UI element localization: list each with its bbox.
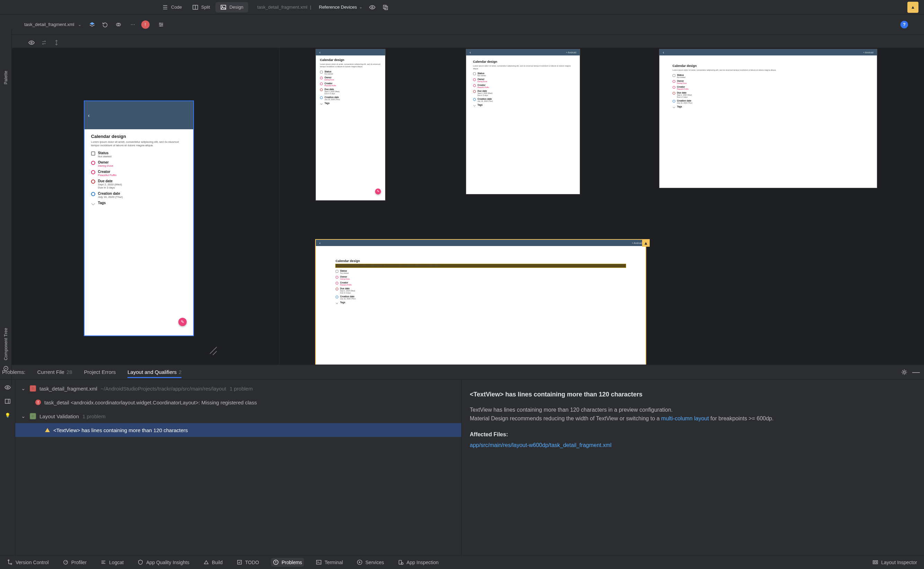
- error-icon: !: [35, 400, 41, 405]
- svg-point-16: [7, 387, 8, 388]
- label: Profiler: [71, 560, 86, 565]
- label: Terminal: [325, 560, 343, 565]
- copy-icon[interactable]: [382, 4, 388, 11]
- detail-body-2: Material Design recommends reducing the …: [470, 414, 916, 423]
- count: 2: [179, 369, 182, 375]
- help-icon[interactable]: ?: [900, 21, 908, 29]
- status-value: Not started: [325, 73, 333, 75]
- tool-profiler[interactable]: Profiler: [61, 558, 89, 567]
- warning-indicator[interactable]: ▲: [907, 2, 918, 13]
- lightbulb-icon[interactable]: 💡: [5, 412, 11, 418]
- tool-terminal[interactable]: Terminal: [314, 558, 345, 567]
- xml-file-icon: [30, 385, 36, 392]
- owner-label: Owner: [340, 275, 350, 278]
- due-value2: Due in 3 days: [478, 94, 493, 96]
- due-value1: Sept 2, 2020 (Wed): [325, 90, 339, 93]
- task-title: Calendar design: [335, 259, 626, 263]
- palette-tool-button[interactable]: Palette: [3, 71, 8, 84]
- tree-warning-node-selected[interactable]: <TextView> has lines containing more tha…: [15, 423, 461, 437]
- view-mode-code[interactable]: Code: [157, 2, 187, 12]
- text: Material Design recommends reducing the …: [470, 415, 662, 421]
- tool-services[interactable]: Services: [355, 558, 386, 567]
- creation-value: July 16, 2020 (Thur): [340, 298, 356, 300]
- warning-icon: ▲: [911, 5, 915, 10]
- overlay-icon[interactable]: [115, 21, 121, 28]
- tool-problems[interactable]: Problems: [271, 558, 304, 567]
- left-tool-rail: Palette Component Tree: [0, 29, 12, 385]
- tags-label: Tags: [325, 102, 330, 104]
- back-icon: ‹: [319, 241, 320, 245]
- problems-tree[interactable]: ⌄ task_detail_fragment.xml ~/AndroidStud…: [15, 379, 462, 555]
- sliders-icon[interactable]: [158, 21, 164, 28]
- tool-todo[interactable]: TODO: [234, 558, 261, 567]
- problem-count: 1 problem: [82, 414, 106, 419]
- view-mode-split[interactable]: Split: [187, 2, 215, 12]
- status-value: Not started: [478, 75, 486, 77]
- minimize-icon[interactable]: —: [912, 368, 920, 377]
- gear-icon[interactable]: [901, 369, 907, 375]
- open-file-tab[interactable]: task_detail_fragment.xml |: [257, 5, 311, 10]
- preview-tablet[interactable]: ‹+ Android Calendar design Lorem ipsum d…: [659, 49, 877, 188]
- tool-app-quality[interactable]: App Quality Insights: [135, 558, 191, 567]
- tree-error-node[interactable]: ! task_detail <androidx.coordinatorlayou…: [15, 396, 461, 409]
- tool-version-control[interactable]: Version Control: [5, 558, 51, 567]
- tab-layout-qualifiers[interactable]: Layout and Qualifiers2: [127, 369, 182, 375]
- layers-icon[interactable]: [89, 21, 95, 28]
- due-value1: Sept 2, 2020 (Wed): [340, 290, 355, 292]
- due-label: Due date: [325, 88, 339, 90]
- side-panel-icon[interactable]: [5, 398, 11, 405]
- view-mode-design[interactable]: Design: [215, 2, 248, 12]
- design-surface[interactable]: task_detail_fragment.xml ⌄ ⋯ ! ?: [12, 15, 924, 365]
- back-icon: ‹: [663, 50, 664, 55]
- layout-file-chooser[interactable]: task_detail_fragment.xml ⌄: [24, 22, 81, 27]
- tags-label: Tags: [340, 301, 345, 304]
- svg-rect-28: [873, 561, 878, 564]
- status-label: Status: [325, 70, 333, 73]
- problems-label: Problems:: [2, 369, 26, 375]
- more-icon[interactable]: ⋯: [130, 22, 135, 27]
- reference-devices-dropdown[interactable]: Reference Devices ⌄: [319, 5, 362, 10]
- task-title: Calendar design: [672, 64, 864, 68]
- component-tree-tool-button[interactable]: Component Tree: [3, 328, 8, 361]
- detail-heading: <TextView> has lines containing more tha…: [470, 390, 916, 400]
- back-icon: ‹: [88, 113, 90, 118]
- file-path: ~/AndroidStudioProjects/trackr/app/src/m…: [101, 386, 226, 392]
- expand-vert-icon[interactable]: [53, 40, 59, 46]
- swap-icon[interactable]: [41, 40, 47, 46]
- preview-desktop-warned[interactable]: ▲ ‹+ Android Calendar design Lorem ipsum…: [316, 240, 646, 365]
- multi-column-layout-link[interactable]: multi-column layout: [661, 415, 709, 421]
- creator-label: Creator: [340, 281, 352, 284]
- affected-file-link[interactable]: app/src/main/res/layout-w600dp/task_deta…: [470, 442, 611, 448]
- tree-file-node[interactable]: ⌄ task_detail_fragment.xml ~/AndroidStud…: [15, 382, 461, 396]
- fab-edit: ✎: [375, 189, 381, 195]
- preview-foldable[interactable]: ‹+ Android Calendar design Lorem ipsum d…: [466, 49, 580, 194]
- tool-layout-inspector[interactable]: Layout Inspector: [870, 558, 919, 567]
- tab-project-errors[interactable]: Project Errors: [84, 369, 116, 375]
- preview-phone-portrait[interactable]: ‹ Calendar design Lorem ipsum dolor sit …: [316, 49, 385, 200]
- creation-label: Creation date: [478, 98, 493, 100]
- tree-group-node[interactable]: ⌄ Layout Validation 1 problem: [15, 409, 461, 423]
- creation-label: Creation date: [98, 192, 123, 195]
- visibility-icon[interactable]: [369, 4, 375, 11]
- count: 28: [67, 369, 72, 375]
- due-label: Due date: [478, 90, 493, 92]
- error-badge[interactable]: !: [141, 20, 150, 29]
- tool-app-inspection[interactable]: App Inspection: [396, 558, 441, 567]
- resize-handle-icon[interactable]: [208, 345, 220, 357]
- creator-label: Creator: [98, 170, 117, 173]
- tab-current-file[interactable]: Current File28: [37, 369, 72, 375]
- bottom-tool-bar: Version Control Profiler Logcat App Qual…: [0, 555, 924, 569]
- task-description-highlighted: Lorem ipsum dolor sit amet, consectetur …: [335, 264, 626, 267]
- svg-point-12: [161, 24, 162, 25]
- status-value: Not started: [677, 76, 685, 78]
- back-icon: ‹: [470, 50, 471, 55]
- status-label: Status: [677, 74, 685, 76]
- due-value1: Sept 2, 2020 (Wed): [98, 183, 122, 186]
- owner-label: Owner: [98, 160, 113, 164]
- tool-logcat[interactable]: Logcat: [99, 558, 126, 567]
- file-name: task_detail_fragment.xml: [39, 386, 97, 392]
- tool-build[interactable]: Build: [201, 558, 225, 567]
- preview-main[interactable]: ‹ Calendar design Lorem ipsum dolor sit …: [85, 101, 193, 335]
- rotate-icon[interactable]: [102, 21, 108, 28]
- eye-icon[interactable]: [29, 40, 35, 46]
